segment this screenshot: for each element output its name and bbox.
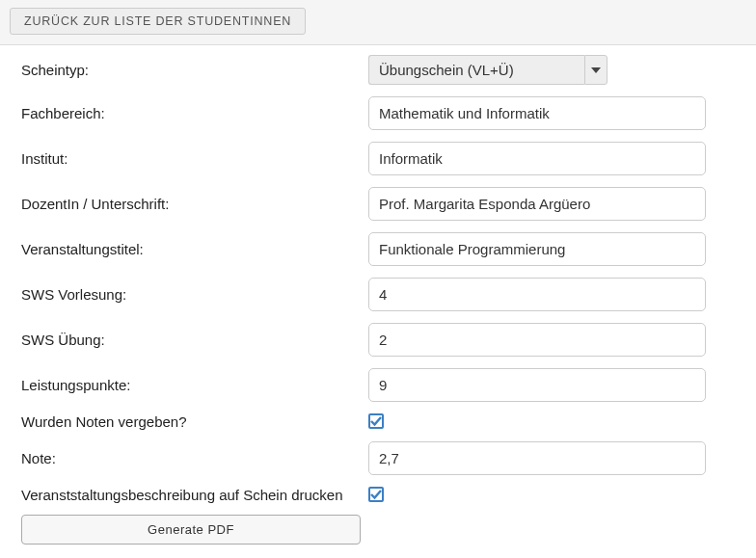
row-sws-uebung: SWS Übung: [21, 323, 735, 357]
label-beschreibung-drucken: Veranststaltungsbeschreibung auf Schein … [21, 487, 368, 503]
scheintyp-select-value: Übungschein (VL+Ü) [368, 55, 584, 85]
label-sws-vorlesung: SWS Vorlesung: [21, 286, 368, 303]
label-note: Note: [21, 450, 368, 466]
fachbereich-input[interactable] [368, 96, 706, 130]
row-dozent: DozentIn / Unterschrift: [21, 187, 735, 221]
row-titel: Veranstaltungstitel: [21, 232, 735, 266]
noten-vergeben-checkbox[interactable] [368, 413, 384, 429]
sws-uebung-input[interactable] [368, 323, 706, 357]
label-institut: Institut: [21, 150, 368, 167]
label-titel: Veranstaltungstitel: [21, 241, 368, 257]
dozent-input[interactable] [368, 187, 706, 221]
row-noten-vergeben: Wurden Noten vergeben? [21, 413, 735, 430]
row-beschreibung-drucken: Veranststaltungsbeschreibung auf Schein … [21, 487, 735, 503]
sws-vorlesung-input[interactable] [368, 278, 706, 311]
scheintyp-select[interactable]: Übungschein (VL+Ü) [368, 55, 608, 85]
label-dozent: DozentIn / Unterschrift: [21, 196, 368, 212]
check-icon [370, 489, 382, 500]
label-sws-uebung: SWS Übung: [21, 332, 368, 348]
row-scheintyp: Scheintyp: Übungschein (VL+Ü) [21, 55, 735, 85]
label-noten-vergeben: Wurden Noten vergeben? [21, 413, 368, 430]
row-fachbereich: Fachbereich: [21, 96, 735, 130]
check-icon [370, 415, 382, 427]
titel-input[interactable] [368, 232, 706, 266]
row-institut: Institut: [21, 142, 735, 175]
institut-input[interactable] [368, 142, 706, 175]
dropdown-toggle[interactable] [584, 55, 608, 85]
row-sws-vorlesung: SWS Vorlesung: [21, 278, 735, 311]
label-lp: Leistungspunkte: [21, 377, 368, 393]
label-fachbereich: Fachbereich: [21, 105, 368, 121]
lp-input[interactable] [368, 368, 706, 402]
generate-pdf-button[interactable]: Generate PDF [21, 515, 361, 545]
note-input[interactable] [368, 441, 706, 475]
chevron-down-icon [591, 67, 601, 73]
beschreibung-drucken-checkbox[interactable] [368, 487, 384, 502]
row-lp: Leistungspunkte: [21, 368, 735, 402]
row-note: Note: [21, 441, 735, 475]
back-to-list-button[interactable]: ZURÜCK ZUR LISTE DER STUDENTINNEN [10, 8, 306, 35]
topbar: ZURÜCK ZUR LISTE DER STUDENTINNEN [0, 0, 756, 45]
label-scheintyp: Scheintyp: [21, 62, 368, 78]
form-area: Scheintyp: Übungschein (VL+Ü) Fachbereic… [0, 45, 756, 558]
